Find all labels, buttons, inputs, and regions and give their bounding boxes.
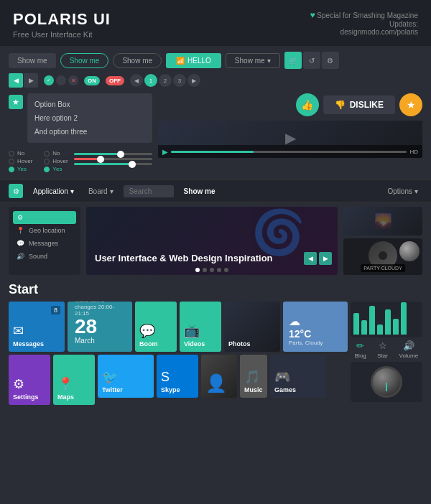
knob[interactable] [399, 241, 420, 261]
carousel-title: User Interface & Web Design Inspiration [95, 253, 273, 265]
page-2-btn[interactable]: 2 [159, 74, 172, 87]
carousel-arrows: ◀ ▶ [304, 252, 332, 265]
skype-label: Skype [161, 386, 194, 393]
page-3-btn[interactable]: 3 [173, 74, 186, 87]
tile-photos[interactable]: Photos [224, 302, 280, 352]
checkbox-x[interactable]: ✕ [68, 75, 78, 85]
video-progress-bar[interactable] [171, 151, 407, 153]
chart-col: ✏ Blog ☆ Star 🔊 Volume [351, 302, 422, 405]
sidebar-messages-item[interactable]: 💬 Messages [13, 237, 76, 250]
twitter-icon: 🐦 [102, 369, 149, 385]
radio-yes-1[interactable]: Yes [9, 166, 32, 172]
twitter-label: Twitter [102, 386, 149, 393]
dropdown-item-2[interactable]: Here option 2 [27, 111, 152, 125]
show-me-btn-arrow[interactable]: Show me ▾ [226, 53, 280, 68]
page-prev-btn[interactable]: ◀ [130, 74, 143, 87]
slider-2 [74, 158, 152, 160]
slider-track-3[interactable] [74, 163, 152, 165]
show-me-btn-light-outline[interactable]: Show me [113, 53, 162, 68]
radio-no-1[interactable]: No [9, 150, 32, 157]
nav-search-input[interactable] [124, 185, 174, 197]
bar-5 [385, 309, 391, 335]
maps-icon: 📍 [57, 376, 91, 392]
blog-icon-col: ✏ Blog [355, 340, 366, 359]
tile-date[interactable]: Make some changes 20:00-21:15 28 March [68, 302, 132, 352]
dot-4[interactable] [217, 268, 221, 272]
nav-application[interactable]: Application ▾ [29, 185, 78, 197]
dropdown-item-1[interactable]: Option Box [27, 98, 152, 111]
music-label: Music [244, 386, 263, 393]
nav-board[interactable]: Board ▾ [84, 185, 118, 197]
tile-videos[interactable]: 📺 Videos [180, 302, 221, 352]
dot-5[interactable] [224, 268, 228, 272]
tile-person[interactable]: 👤 [201, 355, 237, 398]
header-right: ♥ Special for Smashing Magazine Updates:… [310, 10, 418, 36]
tile-skype[interactable]: S Skype [157, 355, 198, 398]
sidebar-gear-item[interactable]: ⚙ [13, 211, 76, 224]
video-time: HD [409, 149, 418, 155]
like-btn[interactable]: 👍 [296, 93, 319, 116]
dot-1[interactable] [195, 268, 200, 272]
nav-showme[interactable]: Show me [180, 185, 220, 197]
sound-icon: 🔊 [16, 253, 24, 260]
buttons-row-1: Show me Show me Show me 📶 HELLO Show me … [9, 52, 422, 69]
toggle-on[interactable]: ON [84, 76, 100, 85]
radio-yes-2[interactable]: Yes [44, 166, 68, 172]
big-knob[interactable] [371, 366, 402, 398]
next-arrow-btn[interactable]: ▶ [24, 73, 38, 88]
cart-btn[interactable]: 🛒 [284, 52, 302, 69]
star-label: Star [377, 353, 388, 359]
dot-3[interactable] [210, 268, 214, 272]
tile-messages[interactable]: ✉ Messages 8 [9, 302, 65, 352]
sidebar-geo-item[interactable]: 📍 Geo location [13, 224, 76, 237]
video-controls: ▶ HD [158, 145, 422, 158]
settings-btn-sm[interactable]: ⚙ [322, 52, 339, 69]
radio-no-2[interactable]: No [44, 150, 68, 157]
tile-games[interactable]: 🎮 Games [270, 355, 326, 398]
tile-music[interactable]: 🎵 Music [240, 355, 267, 398]
page-next-btn[interactable]: ▶ [187, 74, 200, 87]
radio-hover-1[interactable]: Hover [9, 158, 32, 164]
carousel-next-btn[interactable]: ▶ [319, 252, 332, 265]
refresh-btn[interactable]: ↺ [303, 52, 320, 69]
hello-btn[interactable]: 📶 HELLO [166, 53, 221, 68]
tile-settings[interactable]: ⚙ Settings [9, 355, 50, 405]
dropdown-item-3[interactable]: And option three [27, 125, 152, 139]
show-me-btn-dark[interactable]: Show me [9, 53, 56, 68]
bar-2 [361, 320, 367, 335]
star-icon-btn[interactable]: ★ [9, 95, 23, 109]
nav-gear-icon[interactable]: ⚙ [9, 184, 23, 198]
tiles-area: ✉ Messages 8 Make some changes 20:00-21:… [9, 302, 422, 405]
radio-hover-2[interactable]: Hover [44, 158, 68, 164]
slider-1 [74, 153, 152, 155]
toggle-off[interactable]: OFF [106, 76, 124, 85]
prev-arrow-btn[interactable]: ◀ [9, 73, 23, 88]
favorite-btn[interactable]: ★ [399, 93, 422, 116]
weather-icon: ☁ [289, 314, 342, 328]
messages-label: Messages [13, 340, 60, 347]
checkbox-checked[interactable]: ✓ [44, 75, 54, 85]
sidebar-sound-item[interactable]: 🔊 Sound [13, 250, 76, 263]
tile-boom[interactable]: 💬 Boom [135, 302, 177, 352]
message-icon: 💬 [16, 240, 24, 247]
dot-2[interactable] [203, 268, 207, 272]
radio-dot-1 [9, 151, 14, 157]
icons-row: ✏ Blog ☆ Star 🔊 Volume [351, 340, 422, 359]
nav-options[interactable]: Options ▾ [384, 185, 422, 197]
star-icon-col: ☆ Star [377, 340, 388, 359]
tile-maps[interactable]: 📍 Maps [53, 355, 95, 405]
page-1-btn[interactable]: 1 [144, 74, 157, 87]
tile-weather[interactable]: ☁ 12°C Paris, Cloudy [283, 302, 348, 352]
chevron-icon: ▾ [70, 187, 74, 195]
bar-1 [353, 313, 359, 335]
dislike-btn[interactable]: 👎 DISLIKE [323, 95, 395, 114]
show-me-btn-teal-outline[interactable]: Show me [60, 53, 109, 68]
tile-date-day: 28 [75, 317, 125, 337]
chevron-icon-3: ▾ [414, 187, 418, 195]
carousel-prev-btn[interactable]: ◀ [304, 252, 317, 265]
checkbox-empty[interactable] [56, 75, 66, 85]
slider-track-1[interactable] [74, 153, 152, 155]
tile-twitter[interactable]: 🐦 Twitter [98, 355, 154, 398]
video-play-btn[interactable]: ▶ [162, 148, 168, 156]
slider-track-2[interactable] [74, 158, 152, 160]
